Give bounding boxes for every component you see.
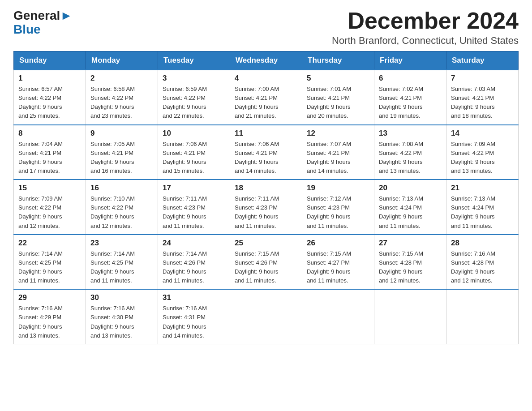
calendar-cell: 22Sunrise: 7:14 AMSunset: 4:25 PMDayligh…	[14, 235, 86, 290]
day-number: 8	[18, 129, 81, 138]
day-info: Sunrise: 7:07 AMSunset: 4:21 PMDaylight:…	[307, 140, 369, 176]
day-info: Sunrise: 7:15 AMSunset: 4:26 PMDaylight:…	[235, 249, 297, 286]
day-info: Sunrise: 7:11 AMSunset: 4:23 PMDaylight:…	[235, 194, 297, 231]
calendar-cell: 26Sunrise: 7:15 AMSunset: 4:27 PMDayligh…	[302, 235, 374, 290]
day-info: Sunrise: 7:08 AMSunset: 4:22 PMDaylight:…	[379, 140, 442, 176]
day-info: Sunrise: 7:12 AMSunset: 4:23 PMDaylight:…	[307, 194, 369, 231]
week-row-1: 1Sunrise: 6:57 AMSunset: 4:22 PMDaylight…	[14, 70, 519, 125]
day-number: 30	[90, 293, 153, 302]
calendar-cell: 20Sunrise: 7:13 AMSunset: 4:24 PMDayligh…	[374, 180, 446, 235]
day-number: 2	[90, 74, 153, 83]
calendar-cell: 7Sunrise: 7:03 AMSunset: 4:21 PMDaylight…	[446, 70, 519, 125]
day-info: Sunrise: 7:14 AMSunset: 4:25 PMDaylight:…	[90, 249, 153, 286]
calendar-cell: 18Sunrise: 7:11 AMSunset: 4:23 PMDayligh…	[230, 180, 302, 235]
location-title: North Branford, Connecticut, United Stat…	[332, 35, 519, 47]
day-number: 25	[235, 239, 297, 248]
calendar-cell: 5Sunrise: 7:01 AMSunset: 4:21 PMDaylight…	[302, 70, 374, 125]
day-number: 5	[307, 74, 369, 83]
week-row-4: 22Sunrise: 7:14 AMSunset: 4:25 PMDayligh…	[14, 235, 519, 290]
calendar-cell: 28Sunrise: 7:16 AMSunset: 4:28 PMDayligh…	[446, 235, 519, 290]
weekday-header-row: SundayMondayTuesdayWednesdayThursdayFrid…	[14, 51, 519, 70]
weekday-header-tuesday: Tuesday	[158, 51, 230, 70]
calendar-table: SundayMondayTuesdayWednesdayThursdayFrid…	[13, 51, 519, 344]
day-number: 20	[379, 184, 442, 193]
day-info: Sunrise: 7:13 AMSunset: 4:24 PMDaylight:…	[379, 194, 442, 231]
day-number: 31	[163, 293, 225, 302]
day-info: Sunrise: 7:16 AMSunset: 4:28 PMDaylight:…	[451, 249, 514, 286]
calendar-cell: 8Sunrise: 7:04 AMSunset: 4:21 PMDaylight…	[14, 125, 86, 180]
calendar-cell: 3Sunrise: 6:59 AMSunset: 4:22 PMDaylight…	[158, 70, 230, 125]
calendar-cell: 10Sunrise: 7:06 AMSunset: 4:21 PMDayligh…	[158, 125, 230, 180]
day-info: Sunrise: 7:06 AMSunset: 4:21 PMDaylight:…	[163, 140, 225, 176]
logo: General► Blue	[13, 9, 73, 37]
day-number: 24	[163, 239, 225, 248]
weekday-header-sunday: Sunday	[14, 51, 86, 70]
day-number: 3	[163, 74, 225, 83]
calendar-cell: 30Sunrise: 7:16 AMSunset: 4:30 PMDayligh…	[86, 289, 158, 344]
day-info: Sunrise: 7:16 AMSunset: 4:31 PMDaylight:…	[163, 304, 225, 340]
calendar-cell: 19Sunrise: 7:12 AMSunset: 4:23 PMDayligh…	[302, 180, 374, 235]
week-row-5: 29Sunrise: 7:16 AMSunset: 4:29 PMDayligh…	[14, 289, 519, 344]
day-number: 28	[451, 239, 514, 248]
week-row-3: 15Sunrise: 7:09 AMSunset: 4:22 PMDayligh…	[14, 180, 519, 235]
weekday-header-saturday: Saturday	[446, 51, 519, 70]
day-info: Sunrise: 7:04 AMSunset: 4:21 PMDaylight:…	[18, 140, 81, 176]
page-header: General► Blue December 2024 North Branfo…	[13, 9, 519, 47]
day-info: Sunrise: 7:10 AMSunset: 4:22 PMDaylight:…	[90, 194, 153, 231]
weekday-header-friday: Friday	[374, 51, 446, 70]
calendar-cell: 25Sunrise: 7:15 AMSunset: 4:26 PMDayligh…	[230, 235, 302, 290]
calendar-cell: 2Sunrise: 6:58 AMSunset: 4:22 PMDaylight…	[86, 70, 158, 125]
day-info: Sunrise: 6:59 AMSunset: 4:22 PMDaylight:…	[163, 85, 225, 121]
day-info: Sunrise: 7:03 AMSunset: 4:21 PMDaylight:…	[451, 85, 514, 121]
day-number: 21	[451, 184, 514, 193]
day-info: Sunrise: 7:06 AMSunset: 4:21 PMDaylight:…	[235, 140, 297, 176]
calendar-cell: 11Sunrise: 7:06 AMSunset: 4:21 PMDayligh…	[230, 125, 302, 180]
day-number: 12	[307, 129, 369, 138]
logo-line2: Blue	[13, 23, 41, 37]
day-info: Sunrise: 6:57 AMSunset: 4:22 PMDaylight:…	[18, 85, 81, 121]
calendar-cell: 6Sunrise: 7:02 AMSunset: 4:21 PMDaylight…	[374, 70, 446, 125]
day-number: 14	[451, 129, 514, 138]
day-info: Sunrise: 7:09 AMSunset: 4:22 PMDaylight:…	[18, 194, 81, 231]
day-info: Sunrise: 7:14 AMSunset: 4:26 PMDaylight:…	[163, 249, 225, 286]
day-info: Sunrise: 7:15 AMSunset: 4:27 PMDaylight:…	[307, 249, 369, 286]
day-info: Sunrise: 7:16 AMSunset: 4:29 PMDaylight:…	[18, 304, 81, 340]
day-info: Sunrise: 7:15 AMSunset: 4:28 PMDaylight:…	[379, 249, 442, 286]
calendar-cell: 15Sunrise: 7:09 AMSunset: 4:22 PMDayligh…	[14, 180, 86, 235]
calendar-cell: 1Sunrise: 6:57 AMSunset: 4:22 PMDaylight…	[14, 70, 86, 125]
weekday-header-thursday: Thursday	[302, 51, 374, 70]
calendar-cell: 14Sunrise: 7:09 AMSunset: 4:22 PMDayligh…	[446, 125, 519, 180]
day-number: 16	[90, 184, 153, 193]
day-number: 18	[235, 184, 297, 193]
logo-line1: General►	[13, 9, 73, 23]
day-number: 22	[18, 239, 81, 248]
calendar-cell	[446, 289, 519, 344]
calendar-cell: 27Sunrise: 7:15 AMSunset: 4:28 PMDayligh…	[374, 235, 446, 290]
day-number: 4	[235, 74, 297, 83]
day-number: 17	[163, 184, 225, 193]
day-number: 1	[18, 74, 81, 83]
weekday-header-wednesday: Wednesday	[230, 51, 302, 70]
calendar-cell: 29Sunrise: 7:16 AMSunset: 4:29 PMDayligh…	[14, 289, 86, 344]
day-number: 19	[307, 184, 369, 193]
day-info: Sunrise: 7:11 AMSunset: 4:23 PMDaylight:…	[163, 194, 225, 231]
day-info: Sunrise: 6:58 AMSunset: 4:22 PMDaylight:…	[90, 85, 153, 121]
day-info: Sunrise: 7:02 AMSunset: 4:21 PMDaylight:…	[379, 85, 442, 121]
calendar-cell: 9Sunrise: 7:05 AMSunset: 4:21 PMDaylight…	[86, 125, 158, 180]
calendar-cell: 31Sunrise: 7:16 AMSunset: 4:31 PMDayligh…	[158, 289, 230, 344]
day-info: Sunrise: 7:09 AMSunset: 4:22 PMDaylight:…	[451, 140, 514, 176]
day-number: 27	[379, 239, 442, 248]
day-info: Sunrise: 7:13 AMSunset: 4:24 PMDaylight:…	[451, 194, 514, 231]
weekday-header-monday: Monday	[86, 51, 158, 70]
day-number: 15	[18, 184, 81, 193]
month-title: December 2024	[332, 9, 519, 32]
day-number: 9	[90, 129, 153, 138]
week-row-2: 8Sunrise: 7:04 AMSunset: 4:21 PMDaylight…	[14, 125, 519, 180]
day-info: Sunrise: 7:05 AMSunset: 4:21 PMDaylight:…	[90, 140, 153, 176]
day-number: 10	[163, 129, 225, 138]
day-info: Sunrise: 7:16 AMSunset: 4:30 PMDaylight:…	[90, 304, 153, 340]
calendar-cell: 24Sunrise: 7:14 AMSunset: 4:26 PMDayligh…	[158, 235, 230, 290]
day-number: 11	[235, 129, 297, 138]
calendar-cell: 16Sunrise: 7:10 AMSunset: 4:22 PMDayligh…	[86, 180, 158, 235]
day-number: 23	[90, 239, 153, 248]
